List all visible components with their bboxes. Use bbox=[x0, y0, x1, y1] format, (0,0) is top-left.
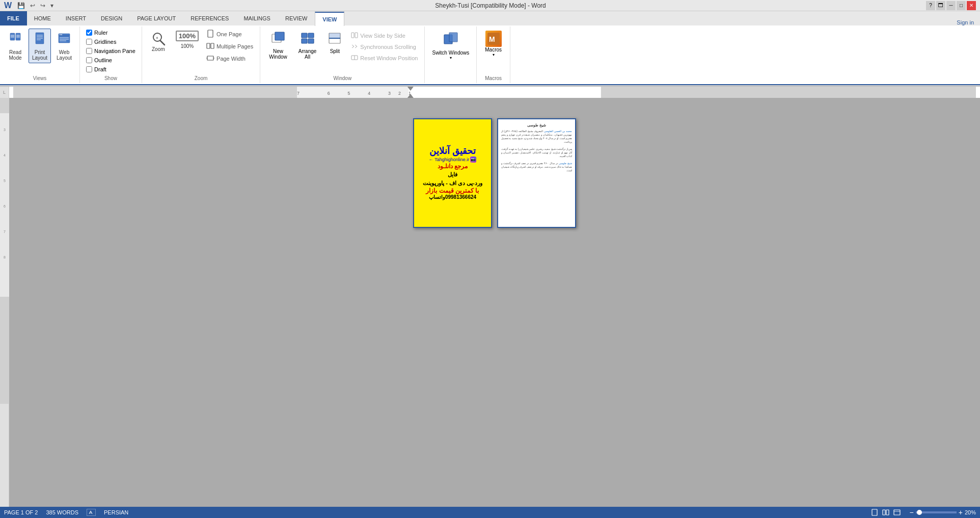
navigation-pane-checkbox[interactable]: Navigation Pane bbox=[84, 47, 138, 55]
proofing-icon[interactable] bbox=[87, 509, 96, 516]
switch-windows-group: Switch Windows ▾ bbox=[425, 27, 477, 83]
zoom-percent: 20% bbox=[965, 509, 976, 515]
macros-arrow: ▾ bbox=[493, 53, 495, 57]
tab-view[interactable]: VIEW bbox=[315, 12, 344, 26]
redo-button[interactable]: ↪ bbox=[39, 2, 47, 10]
tab-file[interactable]: FILE bbox=[0, 11, 27, 25]
print-layout-status-button[interactable] bbox=[870, 508, 879, 516]
draft-checkbox[interactable]: Draft bbox=[84, 65, 138, 73]
outline-checkbox[interactable]: Outline bbox=[84, 56, 138, 64]
svg-rect-37 bbox=[329, 33, 340, 38]
ruler-corner: L bbox=[0, 87, 9, 98]
svg-rect-48 bbox=[409, 87, 601, 97]
svg-text:6: 6 bbox=[4, 204, 6, 208]
pages-container: تحقیق آنلاین Tahghighonline.ir ← 📷 مرجع … bbox=[9, 98, 980, 507]
window-group-label: Window bbox=[334, 73, 352, 81]
help-button[interactable]: ? bbox=[926, 1, 935, 10]
multiple-pages-button[interactable]: Multiple Pages bbox=[204, 41, 256, 52]
web-layout-button[interactable]: WebLayout bbox=[53, 29, 75, 63]
navigation-pane-checkbox-input[interactable] bbox=[86, 48, 92, 54]
undo-button[interactable]: ↩ bbox=[29, 2, 37, 10]
gridlines-checkbox-input[interactable] bbox=[86, 39, 92, 45]
ruler-checkbox[interactable]: Ruler bbox=[84, 29, 138, 37]
zoom-group-label: Zoom bbox=[195, 73, 208, 81]
page2-content: شیخ طوسی محمد بن الحسن الطوسی المعروف بش… bbox=[498, 119, 575, 227]
tab-references[interactable]: REFERENCES bbox=[183, 11, 236, 25]
ribbon-bottom-border bbox=[0, 85, 980, 86]
print-layout-button[interactable]: PrintLayout bbox=[29, 29, 51, 63]
svg-rect-71 bbox=[894, 510, 900, 515]
svg-rect-70 bbox=[886, 510, 889, 515]
outline-checkbox-input[interactable] bbox=[86, 57, 92, 63]
doc-page2-title: شیخ طوسی bbox=[501, 123, 572, 127]
svg-text:+: + bbox=[156, 36, 158, 40]
svg-rect-43 bbox=[449, 33, 457, 42]
gridlines-label: Gridlines bbox=[94, 39, 116, 45]
svg-text:M: M bbox=[489, 35, 495, 43]
one-page-button[interactable]: One Page bbox=[204, 29, 256, 40]
tab-insert[interactable]: INSERT bbox=[59, 11, 94, 25]
read-mode-button[interactable]: ReadMode bbox=[4, 29, 26, 63]
zoom-100-label: 100% bbox=[181, 43, 194, 49]
maximize-button[interactable]: □ bbox=[957, 1, 966, 10]
tab-page-layout[interactable]: PAGE LAYOUT bbox=[130, 11, 183, 25]
page-width-button[interactable]: Page Width bbox=[204, 53, 256, 64]
arrange-all-label: ArrangeAll bbox=[298, 48, 317, 60]
zoom-slider-thumb[interactable] bbox=[917, 510, 922, 515]
split-button[interactable]: Split bbox=[323, 29, 346, 57]
zoom-in-button[interactable]: + bbox=[959, 508, 963, 516]
new-window-icon bbox=[271, 31, 285, 48]
language-status: PERSIAN bbox=[104, 509, 128, 515]
window-group-content: NewWindow bbox=[264, 29, 420, 73]
sign-in-link[interactable]: Sign in bbox=[957, 19, 980, 25]
save-button[interactable]: 💾 bbox=[16, 2, 26, 10]
macros-button[interactable]: M Macros ▾ bbox=[481, 29, 506, 59]
ruler-bar: L 7 6 5 bbox=[0, 87, 980, 98]
ad-items: فایل ورد-پی دی اف - پاورپوینت bbox=[423, 170, 482, 187]
svg-rect-68 bbox=[872, 509, 877, 515]
macros-group: M Macros ▾ Macros bbox=[477, 27, 510, 83]
web-layout-status-button[interactable] bbox=[892, 508, 902, 516]
zoom-group-content: + Zoom 100% 100% bbox=[146, 29, 256, 73]
restore-button[interactable]: 🗖 bbox=[936, 1, 945, 10]
ruler-checkbox-input[interactable] bbox=[86, 30, 92, 36]
instagram-icon: 📷 bbox=[470, 157, 476, 163]
switch-group-content: Switch Windows ▾ bbox=[429, 29, 472, 79]
switch-windows-button[interactable]: Switch Windows ▾ bbox=[429, 29, 472, 62]
new-window-button[interactable]: NewWindow bbox=[264, 29, 292, 62]
arrange-all-button[interactable]: ArrangeAll bbox=[294, 29, 321, 62]
tab-mailings[interactable]: MAILINGS bbox=[236, 11, 278, 25]
reset-window-icon bbox=[351, 54, 358, 62]
tab-review[interactable]: REVIEW bbox=[278, 11, 315, 25]
svg-text:5: 5 bbox=[348, 90, 350, 95]
zoom-slider[interactable] bbox=[916, 511, 957, 513]
svg-text:7: 7 bbox=[4, 230, 6, 234]
svg-rect-38 bbox=[351, 33, 354, 38]
svg-rect-1 bbox=[16, 33, 20, 40]
reset-window-position-label: Reset Window Position bbox=[360, 55, 418, 61]
synchronous-scrolling-button[interactable]: Synchronous Scrolling bbox=[348, 42, 420, 52]
tab-home[interactable]: HOME bbox=[27, 11, 59, 25]
view-side-by-side-button[interactable]: View Side by Side bbox=[348, 31, 420, 41]
minimize-button[interactable]: ─ bbox=[946, 1, 956, 10]
customize-quick-access-button[interactable]: ▾ bbox=[49, 2, 55, 10]
close-button[interactable]: ✕ bbox=[967, 1, 976, 10]
switch-windows-arrow: ▾ bbox=[450, 56, 452, 60]
zoom-100-button[interactable]: 100% 100% bbox=[173, 29, 202, 51]
sync-scrolling-icon bbox=[351, 43, 358, 51]
tab-design[interactable]: DESIGN bbox=[94, 11, 130, 25]
draft-checkbox-input[interactable] bbox=[86, 66, 92, 72]
reset-window-position-button[interactable]: Reset Window Position bbox=[348, 53, 420, 63]
svg-rect-49 bbox=[601, 87, 976, 97]
zoom-out-button[interactable]: − bbox=[910, 508, 914, 516]
full-reading-status-button[interactable] bbox=[881, 508, 890, 516]
tab-bar: FILE HOME INSERT DESIGN PAGE LAYOUT REFE… bbox=[0, 11, 980, 25]
svg-rect-30 bbox=[275, 32, 284, 40]
svg-text:6: 6 bbox=[328, 90, 330, 95]
quick-access-toolbar: W 💾 ↩ ↪ ▾ bbox=[4, 1, 55, 10]
web-layout-icon bbox=[57, 31, 71, 48]
zoom-button[interactable]: + Zoom bbox=[146, 29, 171, 55]
svg-text:2: 2 bbox=[398, 90, 401, 95]
gridlines-checkbox[interactable]: Gridlines bbox=[84, 38, 138, 46]
document-area: 3 4 5 6 7 8 تحقیق آنلاین bbox=[0, 98, 980, 507]
